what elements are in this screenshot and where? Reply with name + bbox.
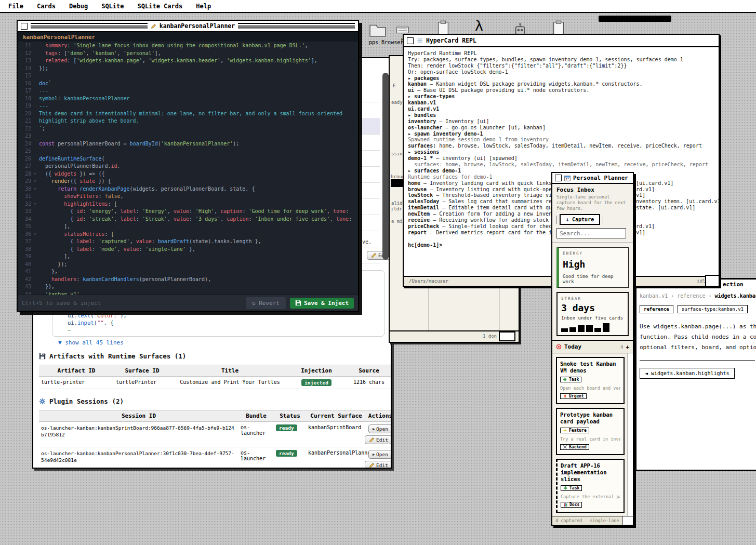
code-preview: ui.text("Color:"),ui.input("", {— bbox=[68, 312, 127, 334]
fold-chevron-icon[interactable]: ▾ bbox=[31, 231, 39, 238]
capture-button[interactable]: + Capture bbox=[560, 214, 600, 225]
card-badge: Feature bbox=[560, 428, 589, 433]
fold-chevron-icon bbox=[31, 140, 39, 148]
code-area[interactable]: 11 summary: 'Single-lane focus inbox dem… bbox=[18, 42, 358, 295]
fold-chevron-icon[interactable]: ▾ bbox=[31, 201, 39, 208]
breadcrumb[interactable]: kanban.v1 › reference › widgets.kanban.p… bbox=[640, 293, 755, 299]
open-button[interactable]: ▶Open bbox=[368, 424, 392, 433]
line-number: 25 bbox=[18, 148, 31, 155]
menu-item-file[interactable]: File bbox=[8, 3, 23, 10]
resize-handle[interactable] bbox=[705, 275, 720, 287]
open-button[interactable]: ▶Open bbox=[368, 450, 392, 459]
menu-item-cards[interactable]: Cards bbox=[37, 3, 56, 10]
line-number: 26 bbox=[18, 155, 31, 163]
code-line: 16doc` bbox=[18, 80, 358, 88]
puzzle-icon bbox=[563, 377, 567, 382]
clipboard-icon bbox=[551, 20, 566, 35]
search-input[interactable] bbox=[556, 228, 626, 238]
session-row: os-launcher-kanban:kanbanPersonalPlanner… bbox=[39, 447, 392, 469]
line-number: 41 bbox=[18, 268, 31, 276]
breadcrumb-part[interactable]: kanban.v1 bbox=[640, 293, 668, 299]
menu-item-debug[interactable]: Debug bbox=[69, 3, 88, 10]
edit-button[interactable]: Edit bbox=[365, 461, 392, 469]
highlight-value: High bbox=[563, 259, 625, 270]
hidden-window-text-fragment: alid bbox=[391, 201, 403, 206]
fold-chevron-icon bbox=[31, 246, 39, 254]
lane-count: 4 bbox=[620, 344, 623, 350]
resize-handle[interactable] bbox=[499, 331, 515, 341]
editor-titlebar[interactable]: kanbanPersonalPlanner bbox=[18, 21, 358, 32]
column-header: Actions bbox=[366, 410, 392, 422]
planner-titlebar[interactable]: Personal Planner bbox=[552, 173, 633, 184]
show-all-lines-link[interactable]: ▼ show all 45 lines bbox=[58, 339, 124, 346]
repl-titlebar[interactable]: HyperCard REPL bbox=[404, 35, 719, 47]
line-number: 35 bbox=[18, 223, 31, 231]
code-line: 30▾ return renderKanbanPage(widgets, per… bbox=[18, 185, 358, 193]
desktop-icon[interactable] bbox=[551, 20, 566, 35]
hidden-window-text-fragment: E bbox=[393, 83, 395, 88]
cwd-path: /Users/macuser bbox=[409, 278, 448, 284]
tag-chip: reference bbox=[640, 305, 673, 313]
fold-chevron-icon bbox=[31, 87, 39, 95]
editor-tab[interactable]: kanbanPersonalPlanner bbox=[18, 32, 358, 42]
fold-chevron-icon bbox=[31, 132, 39, 140]
fold-chevron-icon[interactable]: ▾ bbox=[31, 170, 39, 178]
lane-title: Today bbox=[564, 343, 581, 350]
line-number: 17 bbox=[18, 87, 31, 95]
close-box[interactable] bbox=[407, 37, 414, 44]
line-number: 43 bbox=[18, 283, 31, 291]
line-number: 29 bbox=[18, 178, 31, 185]
desktop-icon[interactable] bbox=[435, 20, 451, 35]
fold-chevron-icon bbox=[31, 42, 39, 50]
add-card-button[interactable]: + bbox=[626, 343, 629, 350]
fold-chevron-icon[interactable]: ▾ bbox=[31, 178, 39, 185]
menu-item-help[interactable]: Help bbox=[196, 3, 211, 10]
fold-chevron-icon bbox=[31, 276, 39, 284]
card-title: Smoke test Kanban VM demos bbox=[560, 361, 620, 374]
fold-chevron-icon[interactable]: ▾ bbox=[31, 185, 39, 193]
repl-line: Then: render lowStock {"filters":{"filte… bbox=[408, 63, 714, 69]
scrollbar-thumb[interactable] bbox=[382, 73, 389, 260]
lines-icon bbox=[417, 37, 423, 44]
gear-icon bbox=[39, 398, 46, 405]
desktop-icon[interactable]: λ bbox=[475, 19, 483, 33]
line-number: 23 bbox=[18, 132, 31, 140]
target-icon bbox=[556, 344, 562, 350]
planner-footer: 4 captured single-lane mod bbox=[552, 516, 633, 525]
fold-chevron-icon bbox=[31, 65, 39, 73]
divider bbox=[552, 243, 633, 243]
menu-item-sqlite[interactable]: SQLite bbox=[101, 3, 124, 10]
repl-line: ui.card.v1 bbox=[408, 106, 714, 112]
play-icon: ▶ bbox=[373, 427, 375, 432]
card-badge: Task bbox=[560, 377, 581, 382]
lane-scrollbar[interactable] bbox=[628, 353, 633, 516]
line-number: 13 bbox=[18, 57, 31, 65]
menu-item-sqlite-cards[interactable]: SQLite Cards bbox=[138, 3, 183, 10]
column-header: Source bbox=[343, 365, 392, 377]
prev-reference-button[interactable]: ◄ widgets.kanban.highlights bbox=[640, 368, 735, 379]
window-title: HyperCard REPL bbox=[426, 37, 476, 44]
task-card[interactable]: Prototype kanban card payloadFeatureTry … bbox=[556, 408, 625, 455]
code-line: 32▾ highlightItems: [ bbox=[18, 201, 358, 208]
edit-button[interactable]: Edit bbox=[365, 435, 392, 444]
highlight-card-energy: ENERGY High Good time for deep work bbox=[556, 247, 629, 288]
minimized-window-bar[interactable] bbox=[599, 16, 671, 22]
sparkline-bar bbox=[561, 328, 568, 332]
reference-window: ection kanban.v1 › reference › widgets.k… bbox=[635, 278, 756, 471]
save-inject-button[interactable]: Save & Inject bbox=[290, 298, 354, 309]
task-card[interactable]: Smoke test Kanban VM demosTaskOpen each … bbox=[556, 357, 625, 404]
revert-button[interactable]: ↻ Revert bbox=[246, 297, 286, 309]
fold-chevron-icon bbox=[31, 155, 39, 163]
fold-chevron-icon bbox=[31, 57, 39, 65]
close-box[interactable] bbox=[555, 175, 562, 181]
cell-source: 1216 chars bbox=[343, 377, 392, 389]
line-number: 39 bbox=[18, 253, 31, 261]
repl-line: ▸ packages bbox=[408, 75, 714, 82]
close-box[interactable] bbox=[21, 23, 28, 30]
card-badge: Task bbox=[561, 485, 582, 491]
hidden-window-text-fragment: eady bbox=[391, 100, 403, 105]
breadcrumb-part[interactable]: reference bbox=[677, 293, 705, 299]
resize-handle[interactable] bbox=[622, 516, 633, 525]
task-card[interactable]: Draft APP-16 implementation slicesTaskCa… bbox=[556, 459, 625, 513]
column-header: Artifact ID bbox=[39, 365, 114, 377]
